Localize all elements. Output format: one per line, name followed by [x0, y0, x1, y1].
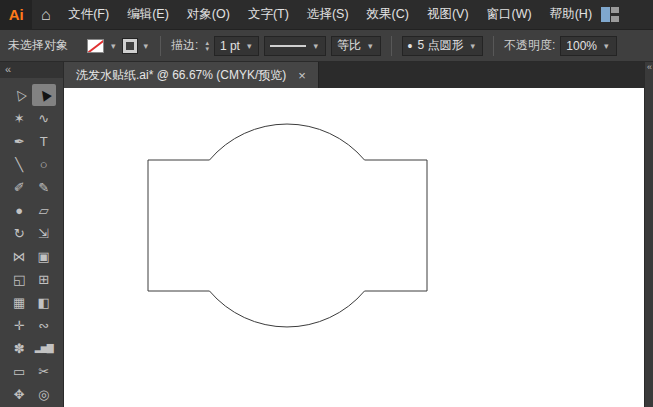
selection-arrow-icon: ▶ — [35, 87, 53, 104]
stroke-style-dropdown[interactable]: ▾ — [264, 36, 326, 56]
control-bar: 未选择对象 ▾ ▾ 描边: ▴ ▾ 1 pt ▾ ▾ 等比 ▾ • 5 点圆形 … — [0, 30, 653, 62]
chevron-down-icon: ▾ — [470, 41, 475, 51]
perspective-grid-tool[interactable]: ⊞ — [32, 268, 57, 290]
magic-wand-tool[interactable]: ✶ — [7, 107, 32, 129]
ellipse-icon: ○ — [40, 157, 48, 172]
canvas-svg — [64, 88, 644, 407]
chevron-down-icon: ▾ — [313, 41, 318, 51]
width-tool[interactable]: ⋈ — [7, 245, 32, 267]
separator — [493, 36, 494, 56]
stroke-color-swatch[interactable] — [123, 39, 137, 53]
workspace-switcher-icon[interactable] — [601, 7, 619, 22]
opacity-dropdown[interactable]: 100% ▾ — [560, 36, 616, 56]
illustrator-logo: Ai — [0, 0, 32, 30]
panel-dock-collapsed[interactable]: « — [644, 62, 653, 407]
lasso-icon: ∿ — [38, 111, 49, 126]
scale-icon: ⇲ — [38, 226, 49, 241]
mesh-tool[interactable]: ▦ — [7, 291, 32, 313]
shape-builder-tool[interactable]: ◱ — [7, 268, 32, 290]
stroke-weight-stepper[interactable]: ▴ ▾ — [205, 40, 209, 52]
tools-panel-collapse-button[interactable]: « — [0, 62, 63, 78]
ellipse-tool[interactable]: ○ — [32, 153, 57, 175]
slice-tool[interactable]: ✂ — [32, 360, 57, 382]
pen-tool[interactable]: ✒ — [7, 130, 32, 152]
rotate-tool[interactable]: ↻ — [7, 222, 32, 244]
menu-select[interactable]: 选择(S) — [298, 0, 358, 29]
fill-color-swatch-none[interactable] — [87, 39, 104, 53]
pencil-tool[interactable]: ✎ — [32, 176, 57, 198]
menu-window[interactable]: 窗口(W) — [478, 0, 541, 29]
menu-object[interactable]: 对象(O) — [178, 0, 239, 29]
symbol-sprayer-tool[interactable]: ✽ — [7, 337, 32, 359]
column-graph-icon: ▂▅▇ — [35, 343, 53, 353]
opacity-value: 100% — [566, 39, 597, 53]
fill-dropdown-arrow-icon[interactable]: ▾ — [111, 41, 116, 51]
gradient-tool[interactable]: ◧ — [32, 291, 57, 313]
menu-file[interactable]: 文件(F) — [59, 0, 118, 29]
line-segment-icon: ╲ — [15, 157, 23, 172]
width-tool-icon: ⋈ — [13, 249, 26, 264]
type-icon: T — [40, 134, 48, 149]
artboard-tool[interactable]: ▭ — [7, 360, 32, 382]
free-transform-tool[interactable]: ▣ — [32, 245, 57, 267]
dock-expand-icon[interactable]: « — [647, 62, 651, 72]
lasso-tool[interactable]: ∿ — [32, 107, 57, 129]
menu-type[interactable]: 文字(T) — [239, 0, 298, 29]
mesh-icon: ▦ — [13, 295, 25, 310]
free-transform-icon: ▣ — [38, 249, 50, 264]
stroke-weight-dropdown[interactable]: 1 pt ▾ — [214, 36, 260, 56]
chevron-down-icon: ▾ — [604, 41, 609, 51]
blend-tool[interactable]: ∾ — [32, 314, 57, 336]
type-tool[interactable]: T — [32, 130, 57, 152]
paintbrush-tool[interactable]: ✐ — [7, 176, 32, 198]
blend-icon: ∾ — [38, 318, 49, 333]
blob-brush-tool[interactable]: ● — [7, 199, 32, 221]
artboard-icon: ▭ — [13, 364, 25, 379]
paintbrush-icon: ✐ — [14, 180, 25, 195]
eraser-icon: ▱ — [39, 203, 49, 218]
stepper-down-icon[interactable]: ▾ — [205, 46, 209, 52]
stroke-weight-value: 1 pt — [220, 39, 240, 53]
chevron-down-icon: ▾ — [247, 41, 252, 51]
column-graph-tool[interactable]: ▂▅▇ — [32, 337, 57, 359]
workspace-icon-pane-blue — [601, 7, 610, 22]
close-icon[interactable]: × — [298, 68, 306, 83]
eyedropper-tool[interactable]: ✛ — [7, 314, 32, 336]
chevron-down-icon: ▾ — [368, 41, 373, 51]
hand-tool[interactable]: ✥ — [7, 383, 32, 405]
perspective-grid-icon: ⊞ — [38, 272, 49, 287]
brush-definition-dropdown[interactable]: • 5 点圆形 ▾ — [402, 36, 483, 56]
line-segment-tool[interactable]: ╲ — [7, 153, 32, 175]
menu-view[interactable]: 视图(V) — [418, 0, 478, 29]
direct-selection-icon: ▷ — [10, 87, 28, 104]
menu-edit[interactable]: 编辑(E) — [118, 0, 178, 29]
selection-status-label: 未选择对象 — [8, 37, 68, 54]
slice-icon: ✂ — [38, 364, 49, 379]
home-icon[interactable]: ⌂ — [32, 0, 59, 30]
document-tab-bar: 洗发水贴纸.ai* @ 66.67% (CMYK/预览) × — [64, 62, 644, 88]
sticker-label-shape[interactable] — [148, 124, 427, 327]
document-tab[interactable]: 洗发水贴纸.ai* @ 66.67% (CMYK/预览) × — [64, 62, 319, 88]
symbol-sprayer-icon: ✽ — [14, 341, 25, 356]
separator — [391, 36, 392, 56]
gradient-icon: ◧ — [38, 295, 50, 310]
selection-tool[interactable]: ▶ — [32, 84, 57, 106]
tools-panel: « ▷ ▶ ✶ ∿ ✒ T ╲ ○ ✐ ✎ ● ▱ ↻ ⇲ ⋈ ▣ ◱ ⊞ ▦ … — [0, 62, 64, 407]
workspace-icon-pane-bottom — [611, 16, 619, 22]
width-profile-value: 等比 — [337, 37, 361, 54]
stroke-dropdown-arrow-icon[interactable]: ▾ — [144, 41, 149, 51]
width-profile-dropdown[interactable]: 等比 ▾ — [331, 36, 381, 56]
hand-icon: ✥ — [14, 387, 25, 402]
pen-icon: ✒ — [14, 134, 25, 149]
direct-selection-tool[interactable]: ▷ — [7, 84, 32, 106]
menu-help[interactable]: 帮助(H) — [541, 0, 601, 29]
workspace-icon-pane-top — [611, 7, 619, 13]
zoom-tool[interactable]: ◎ — [32, 383, 57, 405]
eraser-tool[interactable]: ▱ — [32, 199, 57, 221]
menu-bar: Ai ⌂ 文件(F) 编辑(E) 对象(O) 文字(T) 选择(S) 效果(C)… — [0, 0, 653, 30]
blob-brush-icon: ● — [15, 203, 23, 218]
brush-name-value: 5 点圆形 — [417, 37, 463, 54]
artboard-canvas[interactable] — [64, 88, 644, 407]
scale-tool[interactable]: ⇲ — [32, 222, 57, 244]
menu-effect[interactable]: 效果(C) — [358, 0, 418, 29]
